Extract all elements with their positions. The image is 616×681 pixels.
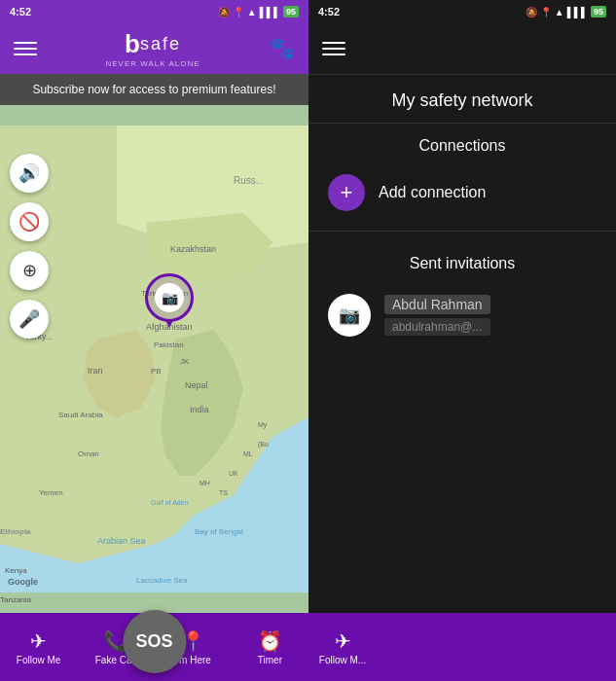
map-area[interactable]: Russ... Kazakhstan Turkmenistan Afghanis… bbox=[0, 105, 308, 613]
left-header: b safe Never walk alone 🐾 bbox=[0, 23, 308, 74]
marker-camera: 📷 bbox=[155, 283, 184, 312]
left-time: 4:52 bbox=[10, 6, 31, 18]
timer-icon: ⏰ bbox=[258, 629, 282, 653]
signal-icon: ▌▌▌ bbox=[260, 7, 280, 18]
svg-text:PB: PB bbox=[151, 367, 162, 376]
svg-text:Nepal: Nepal bbox=[185, 380, 208, 390]
compass-button[interactable]: 🚫 bbox=[10, 202, 49, 241]
right-follow-me-label: Follow M... bbox=[319, 655, 366, 665]
logo-b: b bbox=[125, 29, 140, 59]
svg-text:Bay of Bengal: Bay of Bengal bbox=[195, 527, 243, 536]
svg-text:Arabian Sea: Arabian Sea bbox=[97, 536, 146, 546]
left-menu-button[interactable] bbox=[14, 42, 37, 55]
svg-text:India: India bbox=[190, 405, 209, 414]
left-status-bar: 4:52 🔕 📍 ▲ ▌▌▌ 95 bbox=[0, 0, 308, 23]
svg-text:Laccadive Sea: Laccadive Sea bbox=[136, 576, 188, 585]
right-status-icons: 🔕 📍 ▲ ▌▌▌ 95 bbox=[525, 6, 606, 18]
right-menu-button[interactable] bbox=[322, 42, 345, 55]
right-no-sound-icon: 🔕 bbox=[525, 7, 537, 18]
svg-text:Google: Google bbox=[8, 577, 38, 587]
svg-text:Kenya: Kenya bbox=[5, 566, 27, 575]
premium-banner[interactable]: Subscribe now for access to premium feat… bbox=[0, 74, 308, 105]
right-time: 4:52 bbox=[318, 6, 340, 18]
location-center-button[interactable]: ⊕ bbox=[10, 251, 49, 290]
wifi-icon: ▲ bbox=[247, 7, 257, 18]
banner-text: Subscribe now for access to premium feat… bbox=[32, 83, 275, 96]
svg-text:Oman: Oman bbox=[78, 449, 99, 458]
right-battery-icon: 95 bbox=[591, 6, 606, 18]
logo-tagline: Never walk alone bbox=[105, 59, 199, 68]
right-wifi-icon: ▲ bbox=[555, 7, 564, 18]
avatar: 📷 bbox=[328, 294, 371, 337]
logo-safe: safe bbox=[140, 34, 181, 54]
add-connection-button[interactable]: + bbox=[328, 174, 365, 211]
svg-text:Kazakhstan: Kazakhstan bbox=[170, 244, 216, 254]
right-panel: 4:52 🔕 📍 ▲ ▌▌▌ 95 My safety network Conn… bbox=[308, 0, 616, 681]
svg-text:ML: ML bbox=[243, 450, 253, 457]
right-nav-follow-me[interactable]: ✈ Follow M... bbox=[308, 622, 377, 673]
battery-icon: 95 bbox=[283, 6, 299, 18]
marker-ring: 📷 bbox=[145, 273, 194, 322]
svg-text:(Bu: (Bu bbox=[258, 441, 269, 448]
right-header bbox=[308, 23, 616, 74]
right-bottom-nav: ✈ Follow M... bbox=[308, 613, 616, 681]
plus-icon: + bbox=[341, 180, 353, 205]
app-logo: b safe Never walk alone bbox=[37, 29, 269, 68]
network-title: My safety network bbox=[308, 75, 616, 123]
location-icon: 📍 bbox=[233, 7, 244, 18]
svg-text:Yemen: Yemen bbox=[39, 488, 63, 497]
svg-text:Iran: Iran bbox=[88, 366, 103, 376]
no-sound-icon: 🔕 bbox=[218, 7, 230, 18]
right-status-bar: 4:52 🔕 📍 ▲ ▌▌▌ 95 bbox=[308, 0, 616, 23]
sos-button[interactable]: SOS bbox=[123, 610, 186, 673]
svg-text:UK: UK bbox=[229, 470, 238, 477]
svg-text:JK: JK bbox=[180, 357, 190, 366]
svg-text:Ethiopia: Ethiopia bbox=[0, 527, 31, 536]
connections-divider bbox=[308, 231, 616, 232]
invitation-email: abdulrahman@... bbox=[384, 318, 490, 336]
svg-text:Pakistan: Pakistan bbox=[154, 340, 184, 349]
invitation-info: Abdul Rahman abdulrahman@... bbox=[384, 295, 490, 336]
invitation-item: 📷 Abdul Rahman abdulrahman@... bbox=[308, 282, 616, 348]
left-bottom-nav: ✈ Follow Me 📞 Fake Call SOS 📍 I'm Here ⏰… bbox=[0, 613, 308, 681]
svg-text:Tanzania: Tanzania bbox=[0, 595, 32, 604]
right-location-icon: 📍 bbox=[540, 7, 552, 18]
camera-icon: 📷 bbox=[339, 305, 360, 326]
right-follow-me-icon: ✈ bbox=[335, 629, 351, 653]
svg-text:Russ...: Russ... bbox=[234, 175, 264, 186]
add-connection-label: Add connection bbox=[379, 184, 486, 201]
left-status-icons: 🔕 📍 ▲ ▌▌▌ 95 bbox=[218, 6, 299, 18]
add-connection-row[interactable]: + Add connection bbox=[308, 164, 616, 221]
svg-text:Saudi Arabia: Saudi Arabia bbox=[58, 411, 103, 419]
mute-mic-button[interactable]: 🎤 bbox=[10, 300, 49, 339]
connections-header: Connections bbox=[308, 124, 616, 164]
nav-timer[interactable]: ⏰ Timer bbox=[240, 629, 299, 665]
invitation-name: Abdul Rahman bbox=[384, 295, 490, 314]
nav-follow-me[interactable]: ✈ Follow Me bbox=[10, 629, 68, 665]
marker-pin bbox=[165, 320, 173, 328]
follow-me-icon: ✈ bbox=[30, 629, 47, 653]
volume-button[interactable]: 🔊 bbox=[10, 154, 49, 193]
svg-text:TS: TS bbox=[219, 489, 228, 496]
svg-text:MH: MH bbox=[199, 480, 210, 486]
svg-text:Gulf of Aden: Gulf of Aden bbox=[151, 499, 189, 506]
map-controls: 🔊 🚫 ⊕ 🎤 bbox=[10, 115, 49, 339]
user-location-marker: 📷 bbox=[145, 273, 194, 322]
sent-invitations-header: Sent invitations bbox=[308, 241, 616, 282]
left-panel: 4:52 🔕 📍 ▲ ▌▌▌ 95 b safe Never walk alon… bbox=[0, 0, 308, 681]
right-signal-icon: ▌▌▌ bbox=[567, 7, 588, 18]
pet-icon[interactable]: 🐾 bbox=[269, 36, 295, 61]
svg-text:My: My bbox=[258, 421, 268, 429]
